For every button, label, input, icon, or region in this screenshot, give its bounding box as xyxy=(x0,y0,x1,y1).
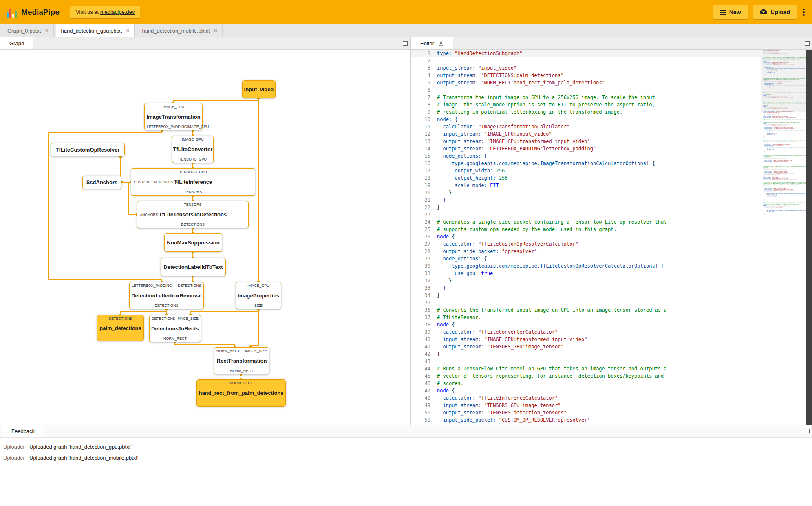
code-line[interactable]: 29 node_options: { xyxy=(411,255,812,262)
code-line[interactable]: 40 input_stream: "IMAGE_GPU:transformed_… xyxy=(411,336,812,343)
code-line[interactable]: 30 [type.googleapis.com/mediapipe.TfLite… xyxy=(411,262,812,270)
editor-expand-icon[interactable] xyxy=(805,41,810,46)
code-line[interactable]: 37# TfLiteTensor. xyxy=(411,314,812,321)
tab-close-icon[interactable]: × xyxy=(214,28,217,33)
graph-canvas[interactable]: input_videoIMAGE_GPUImageTransformationL… xyxy=(0,50,410,425)
code-line[interactable]: 9# resulting in potential letterboxing i… xyxy=(411,108,812,116)
code-line[interactable]: 46# scores. xyxy=(411,380,812,387)
code-line[interactable]: 21 } xyxy=(411,196,812,204)
code-line[interactable]: 45# vector of tensors representing, for … xyxy=(411,372,812,380)
line-number: 40 xyxy=(411,336,437,343)
port-label: TENSORS xyxy=(184,190,202,194)
code-line[interactable]: 19 scale_mode: FIT xyxy=(411,182,812,189)
graph-node-TfLiteTensorsToDetections[interactable]: TENSORSTfLiteTensorsToDetectionsDETECTIO… xyxy=(137,201,249,228)
mediapipe-dev-link[interactable]: mediapipe.dev xyxy=(100,9,135,15)
editor-minimap[interactable]: type: "HandDetectionSubgraph"input_strea… xyxy=(761,50,806,425)
graph-node-input_video[interactable]: input_video xyxy=(242,80,276,98)
minimap-slider[interactable] xyxy=(761,50,806,112)
code-line[interactable]: 26node { xyxy=(411,233,812,240)
upload-button[interactable]: Upload xyxy=(753,5,797,19)
graph-node-NonMaxSuppression[interactable]: NonMaxSuppression xyxy=(164,233,222,252)
code-line[interactable]: 41 output_stream: "TENSORS_GPU:image_ten… xyxy=(411,343,812,350)
tab-close-icon[interactable]: × xyxy=(45,28,48,33)
line-number: 31 xyxy=(411,270,437,277)
code-line[interactable]: 11 calculator: "ImageTransformationCalcu… xyxy=(411,123,812,130)
code-line[interactable]: 25# supports custom ops needed by the mo… xyxy=(411,226,812,233)
code-line[interactable]: 48 calculator: "TfLiteInferenceCalculato… xyxy=(411,394,812,402)
code-line[interactable]: 13 output_stream: "IMAGE_GPU:transformed… xyxy=(411,138,812,145)
graph-node-ImageProperties[interactable]: IMAGE_GPUImagePropertiesSIZE xyxy=(236,282,281,309)
code-line[interactable]: 10node: { xyxy=(411,116,812,123)
graph-node-DetectionLabelIdToText[interactable]: DetectionLabelIdToText xyxy=(161,258,226,276)
file-tab-hand_detection_mobile.pbtxt[interactable]: hand_detection_mobile.pbtxt× xyxy=(137,24,222,37)
code-line[interactable]: 8# image, the scale_mode option is set t… xyxy=(411,101,812,108)
code-line[interactable]: 1type: "HandDetectionSubgraph" xyxy=(411,50,812,57)
code-line[interactable]: 44# Runs a TensorFlow Lite model on GPU … xyxy=(411,365,812,372)
port-label: LETTERBOX_PADDING xyxy=(132,284,172,288)
new-button[interactable]: New xyxy=(713,5,748,19)
line-text: [type.googleapis.com/mediapipe.TfLiteCus… xyxy=(437,262,664,270)
code-line[interactable]: 28 output_side_packet: "opresolver" xyxy=(411,248,812,255)
code-line[interactable]: 43 xyxy=(411,358,812,365)
code-line[interactable]: 4output_stream: "DETECTIONS:palm_detecti… xyxy=(411,72,812,79)
code-line[interactable]: 15 node_options: { xyxy=(411,152,812,160)
tab-close-icon[interactable]: × xyxy=(126,28,129,33)
code-line[interactable]: 47node { xyxy=(411,387,812,394)
graph-node-DetectionsToRects[interactable]: DETECTIONSIMAGE_SIZEDetectionsToRectsNOR… xyxy=(149,315,201,342)
graph-node-TfLiteCustomOpResolver[interactable]: TfLiteCustomOpResolver xyxy=(51,143,125,156)
code-line[interactable]: 23 xyxy=(411,211,812,218)
graph-node-TfLiteConverter[interactable]: IMAGE_GPUTfLiteConverterTENSORS_GPU xyxy=(172,136,214,163)
code-line[interactable]: 3input_stream: "input_video" xyxy=(411,64,812,72)
code-line[interactable]: 12 input_stream: "IMAGE_GPU:input_video" xyxy=(411,130,812,138)
code-line[interactable]: 42} xyxy=(411,350,812,358)
port-label: DETECTIONS xyxy=(154,304,178,308)
code-line[interactable]: 49 input_stream: "TENSORS_GPU:image_tens… xyxy=(411,402,812,409)
code-line[interactable]: 17 output_width: 256 xyxy=(411,167,812,174)
code-line[interactable]: 18 output_height: 256 xyxy=(411,174,812,182)
code-line[interactable]: 27 calculator: "TfLiteCustomOpResolverCa… xyxy=(411,240,812,248)
code-line[interactable]: 36# Converts the transformed input image… xyxy=(411,306,812,314)
visit-us-button[interactable]: Visit us at mediapipe.dev xyxy=(70,6,140,18)
graph-node-TfLiteInference[interactable]: TENSORS_GPUTfLiteInferenceTENSORSCUSTOM_… xyxy=(131,168,255,196)
line-text: output_stream: "TENSORS_GPU:image_tensor… xyxy=(437,343,564,350)
kebab-menu-icon[interactable] xyxy=(802,7,805,18)
graph-node-SsdAnchors[interactable]: SsdAnchors xyxy=(82,176,121,189)
code-line[interactable]: 20 } xyxy=(411,189,812,196)
graph-node-palm_detections[interactable]: DETECTIONSpalm_detections xyxy=(97,315,144,341)
code-line[interactable]: 34} xyxy=(411,292,812,299)
port-label: IMAGE_GPU xyxy=(187,125,209,129)
code-line[interactable]: 24# Generates a single side packet conta… xyxy=(411,218,812,226)
code-line[interactable]: 2 xyxy=(411,57,812,64)
code-line[interactable]: 33 } xyxy=(411,284,812,292)
code-line[interactable]: 6 xyxy=(411,86,812,94)
node-title: DetectionLetterboxRemoval xyxy=(130,293,203,299)
code-line[interactable]: 51 input_side_packet: "CUSTOM_OP_RESOLVE… xyxy=(411,416,812,424)
editor-body[interactable]: 1type: "HandDetectionSubgraph"23input_st… xyxy=(411,50,812,425)
tab-editor[interactable]: Editor xyxy=(411,37,453,49)
code-line[interactable]: 5output_stream: "NORM_RECT:hand_rect_fro… xyxy=(411,79,812,86)
editor-lines[interactable]: 1type: "HandDetectionSubgraph"23input_st… xyxy=(411,50,812,424)
code-line[interactable]: 16 [type.googleapis.com/mediapipe.ImageT… xyxy=(411,160,812,167)
code-line[interactable]: 31 use_gpu: true xyxy=(411,270,812,277)
editor-scrollbar[interactable] xyxy=(806,50,812,425)
code-line[interactable]: 22} xyxy=(411,204,812,211)
graph-expand-icon[interactable] xyxy=(403,41,408,46)
feedback-expand-icon[interactable] xyxy=(805,429,810,433)
code-line[interactable]: 35 xyxy=(411,299,812,306)
code-line[interactable]: 32 } xyxy=(411,277,812,284)
code-line[interactable]: 50 output_stream: "TENSORS:detection_ten… xyxy=(411,409,812,416)
code-line[interactable]: 39 calculator: "TfLiteConverterCalculato… xyxy=(411,328,812,336)
tab-graph[interactable]: Graph xyxy=(0,37,33,49)
file-tab-Graph_0.pbtxt[interactable]: Graph_0.pbtxt× xyxy=(2,24,54,37)
graph-node-hand_rect_from_palm_detections[interactable]: NORM_RECThand_rect_from_palm_detections xyxy=(196,379,286,407)
code-line[interactable]: 14 output_stream: "LETTERBOX_PADDING:let… xyxy=(411,145,812,152)
line-text: # resulting in potential letterboxing in… xyxy=(437,108,622,116)
graph-node-ImageTransformation[interactable]: IMAGE_GPUImageTransformationLETTERBOX_PA… xyxy=(144,103,203,130)
download-icon[interactable] xyxy=(438,41,444,46)
code-line[interactable]: 7# Transforms the input image on GPU to … xyxy=(411,94,812,101)
tab-feedback[interactable]: Feedback xyxy=(2,425,44,437)
code-line[interactable]: 38node { xyxy=(411,321,812,328)
graph-node-RectTransformation[interactable]: NORM_RECTIMAGE_SIZERectTransformationNOR… xyxy=(214,347,269,374)
file-tab-hand_detection_gpu.pbtxt[interactable]: hand_detection_gpu.pbtxt× xyxy=(56,24,135,37)
graph-node-DetectionLetterboxRemoval[interactable]: LETTERBOX_PADDINGDETECTIONSDetectionLett… xyxy=(129,282,204,309)
